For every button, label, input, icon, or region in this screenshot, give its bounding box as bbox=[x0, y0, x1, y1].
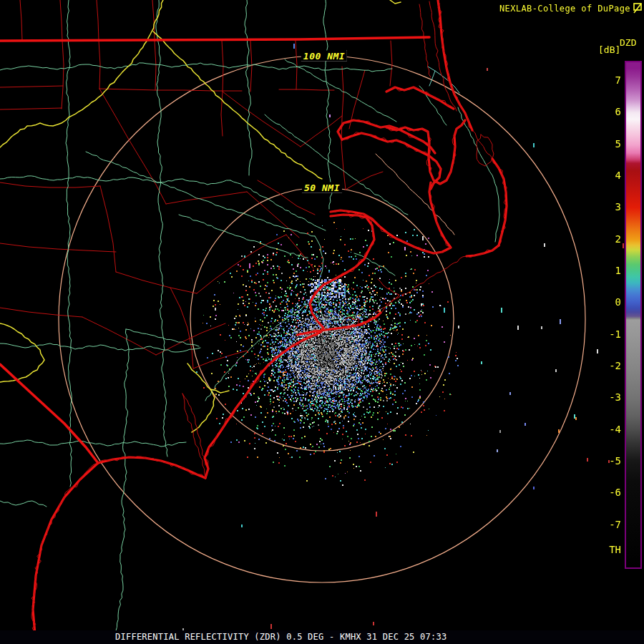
colorbar-unit-label: [dB] bbox=[598, 44, 620, 55]
header: NEXLAB-College of DuPage bbox=[499, 3, 643, 14]
colorbar-tick--7: -7 bbox=[587, 519, 621, 530]
colorbar-tick--6: -6 bbox=[587, 487, 621, 497]
colorbar-gradient bbox=[626, 62, 640, 567]
colorbar-tick-4: 4 bbox=[587, 170, 621, 180]
status-bar: DIFFERENTIAL REFLECTIVITY (ZDR) 0.5 DEG … bbox=[0, 630, 644, 644]
colorbar-tick-2: 2 bbox=[587, 234, 621, 244]
colorbar-tick-TH: TH bbox=[587, 545, 621, 555]
colorbar bbox=[625, 61, 642, 569]
range-ring-label-50nmi: 50 NMI bbox=[302, 182, 342, 193]
radar-map-canvas[interactable] bbox=[0, 0, 644, 644]
radar-display: NEXLAB-College of DuPage DZD [dB] 765432… bbox=[0, 0, 644, 644]
colorbar-field-label: DZD bbox=[620, 37, 636, 48]
colorbar-tick-7: 7 bbox=[587, 75, 621, 85]
colorbar-tick-1: 1 bbox=[587, 265, 621, 275]
range-ring-label-100nmi: 100 NMI bbox=[301, 51, 347, 62]
colorbar-tick--5: -5 bbox=[587, 456, 621, 466]
status-text: DIFFERENTIAL REFLECTIVITY (ZDR) 0.5 DEG … bbox=[115, 632, 447, 642]
colorbar-tick-3: 3 bbox=[587, 202, 621, 212]
colorbar-tick-6: 6 bbox=[587, 107, 621, 117]
colorbar-tick--4: -4 bbox=[587, 424, 621, 434]
cod-weather-logo-icon bbox=[633, 3, 643, 14]
colorbar-tick-0: 0 bbox=[587, 297, 621, 307]
colorbar-tick--2: -2 bbox=[587, 361, 621, 371]
colorbar-tick--1: -1 bbox=[587, 329, 621, 339]
header-title: NEXLAB-College of DuPage bbox=[499, 4, 630, 14]
colorbar-tick--3: -3 bbox=[587, 392, 621, 402]
colorbar-tick-5: 5 bbox=[587, 139, 621, 149]
